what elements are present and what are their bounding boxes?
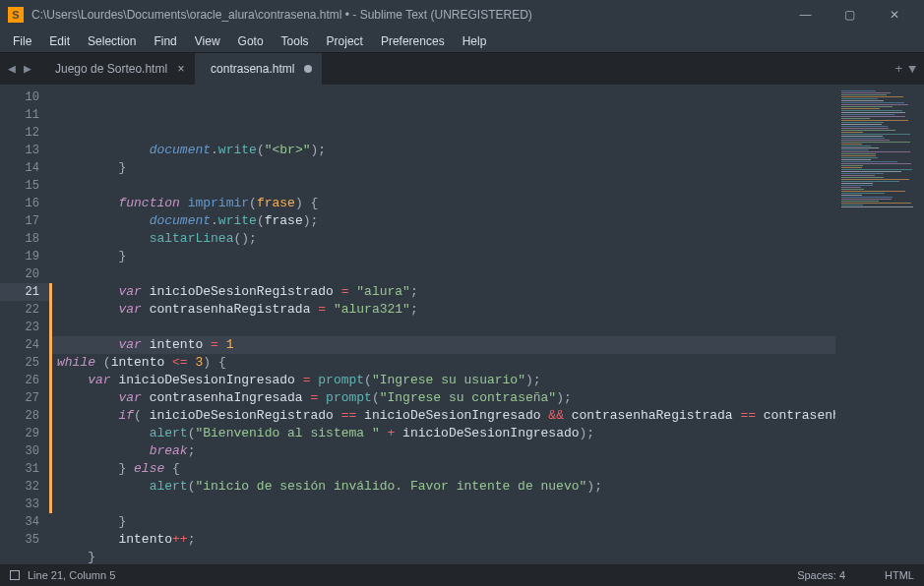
menu-file[interactable]: File xyxy=(4,31,40,51)
tab-contrasena-html[interactable]: contrasena.html xyxy=(195,53,322,85)
minimap-line xyxy=(841,104,908,105)
syntax-setting[interactable]: HTML xyxy=(885,569,914,581)
window-title: C:\Users\Lourdes\Documents\oracle_alura\… xyxy=(31,8,783,22)
line-number[interactable]: 32 xyxy=(0,478,39,496)
line-number[interactable]: 24 xyxy=(0,336,39,354)
code-line[interactable]: alert("Bienvenido al sistema " + inicioD… xyxy=(49,425,835,442)
menu-tools[interactable]: Tools xyxy=(273,31,318,51)
line-number[interactable]: 30 xyxy=(0,442,39,460)
minimap-line xyxy=(841,124,882,125)
code-line[interactable]: saltarLinea(); xyxy=(49,230,835,248)
tab-actions: + ▼ xyxy=(887,53,924,85)
menu-preferences[interactable]: Preferences xyxy=(372,31,454,51)
line-number[interactable]: 11 xyxy=(0,106,39,124)
code-line[interactable]: document.write(frase); xyxy=(49,212,835,230)
menu-goto[interactable]: Goto xyxy=(229,31,273,51)
line-number[interactable]: 19 xyxy=(0,248,39,265)
code-line[interactable]: if( inicioDeSesionRegistrado == inicioDe… xyxy=(49,407,835,425)
code-line[interactable]: } xyxy=(49,513,835,531)
tab-forward-button[interactable]: ▶ xyxy=(22,61,33,77)
minimap-line xyxy=(841,191,905,192)
code-line[interactable]: document.write("<br>"); xyxy=(49,142,835,159)
tabbar: ◀ ▶ Juego de Sorteo.html×contrasena.html… xyxy=(0,53,924,85)
statusbar-icon[interactable] xyxy=(10,570,20,580)
code-line[interactable] xyxy=(49,496,835,513)
minimap-line xyxy=(841,165,863,166)
fold-mark xyxy=(49,301,52,513)
indent-setting[interactable]: Spaces: 4 xyxy=(797,569,845,581)
minimap-line xyxy=(841,181,899,182)
code-line[interactable]: var inicioDeSesionIngresado = prompt("In… xyxy=(49,372,835,389)
menu-view[interactable]: View xyxy=(186,31,229,51)
minimap-line xyxy=(841,153,876,154)
menu-edit[interactable]: Edit xyxy=(40,31,79,51)
menu-find[interactable]: Find xyxy=(145,31,185,51)
code-line[interactable]: var inicioDeSesionRegistrado = "alura"; xyxy=(49,283,835,301)
line-number[interactable]: 28 xyxy=(0,407,39,425)
editor[interactable]: 1011121314151617181920212223242526272829… xyxy=(0,85,924,564)
line-number[interactable]: 13 xyxy=(0,142,39,159)
minimap-line xyxy=(841,183,873,184)
line-number[interactable]: 22 xyxy=(0,301,39,319)
minimap-line xyxy=(841,195,862,196)
menubar: FileEditSelectionFindViewGotoToolsProjec… xyxy=(0,29,924,53)
line-number[interactable]: 33 xyxy=(0,496,39,513)
code-line[interactable]: var contrasenhaIngresada = prompt("Ingre… xyxy=(49,389,835,407)
code-line[interactable]: } xyxy=(49,549,835,564)
minimap[interactable] xyxy=(835,85,924,564)
code-line[interactable]: } xyxy=(49,248,835,265)
minimap-line xyxy=(841,106,893,107)
line-number[interactable]: 18 xyxy=(0,230,39,248)
line-number[interactable]: 23 xyxy=(0,319,39,336)
code-line[interactable]: intento++; xyxy=(49,531,835,549)
code-area[interactable]: document.write("<br>"); } function impri… xyxy=(49,85,835,564)
tab-back-button[interactable]: ◀ xyxy=(6,61,18,77)
code-line[interactable]: break; xyxy=(49,442,835,460)
line-number[interactable]: 21 xyxy=(0,283,49,301)
line-number[interactable]: 27 xyxy=(0,389,39,407)
code-line[interactable]: var contrasenhaRegistrada = "alura321"; xyxy=(49,301,835,319)
line-number[interactable]: 29 xyxy=(0,425,39,442)
minimap-line xyxy=(841,110,902,111)
tab-menu-button[interactable]: ▼ xyxy=(908,62,916,77)
minimap-line xyxy=(841,155,876,156)
line-number[interactable]: 17 xyxy=(0,212,39,230)
minimap-line xyxy=(841,96,903,97)
minimap-line xyxy=(841,122,884,123)
code-line[interactable]: while (intento <= 3) { xyxy=(49,354,835,372)
code-line[interactable] xyxy=(49,177,835,195)
code-line[interactable] xyxy=(49,265,835,283)
minimap-line xyxy=(841,147,879,148)
maximize-button[interactable]: ▢ xyxy=(828,0,872,29)
code-line[interactable]: function imprimir(frase) { xyxy=(49,195,835,212)
code-line[interactable]: alert("inicio de sesión inválido. Favor … xyxy=(49,478,835,496)
line-number[interactable]: 10 xyxy=(0,88,39,106)
code-line[interactable]: } xyxy=(49,159,835,177)
minimize-button[interactable]: — xyxy=(783,0,828,29)
code-line[interactable]: } else { xyxy=(49,460,835,478)
new-tab-button[interactable]: + xyxy=(894,62,902,77)
line-number[interactable]: 35 xyxy=(0,531,39,549)
line-gutter[interactable]: 1011121314151617181920212223242526272829… xyxy=(0,85,49,564)
menu-help[interactable]: Help xyxy=(454,31,496,51)
minimap-line xyxy=(841,130,895,131)
minimap-line xyxy=(841,136,883,137)
line-number[interactable]: 12 xyxy=(0,124,39,142)
line-number[interactable]: 16 xyxy=(0,195,39,212)
minimap-line xyxy=(841,205,863,205)
menu-project[interactable]: Project xyxy=(318,31,372,51)
code-line[interactable] xyxy=(49,319,835,336)
line-number[interactable]: 14 xyxy=(0,159,39,177)
line-number[interactable]: 20 xyxy=(0,265,39,283)
tab-juego-de-sorteo-html[interactable]: Juego de Sorteo.html× xyxy=(39,53,195,85)
code-line[interactable]: var intento = 1 xyxy=(49,336,835,354)
line-number[interactable]: 26 xyxy=(0,372,39,389)
line-number[interactable]: 15 xyxy=(0,177,39,195)
close-button[interactable]: ✕ xyxy=(872,0,916,29)
line-number[interactable]: 31 xyxy=(0,460,39,478)
line-number[interactable]: 34 xyxy=(0,513,39,531)
tab-close-icon[interactable]: × xyxy=(175,63,187,75)
minimap-line xyxy=(841,163,911,164)
menu-selection[interactable]: Selection xyxy=(79,31,145,51)
line-number[interactable]: 25 xyxy=(0,354,39,372)
